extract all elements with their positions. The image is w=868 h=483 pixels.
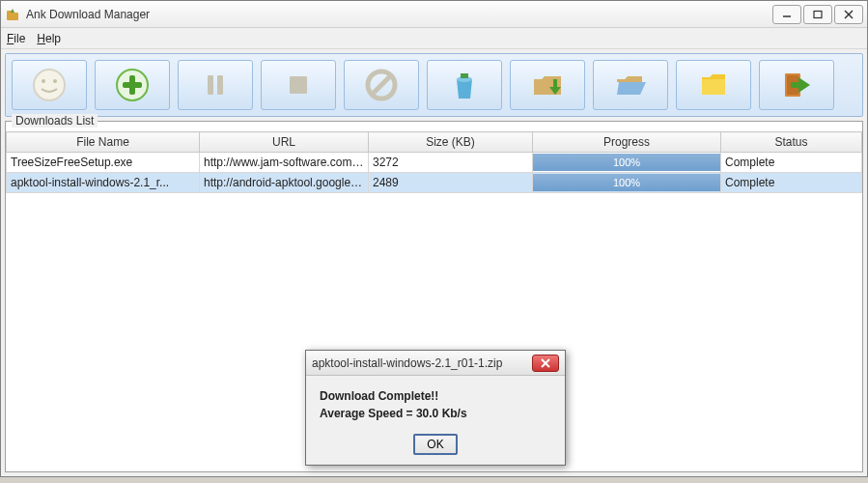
window-controls [772, 5, 863, 24]
svg-rect-14 [290, 76, 307, 94]
smiley-button[interactable] [12, 60, 87, 110]
svg-rect-11 [123, 82, 142, 88]
app-icon [5, 7, 20, 22]
trash-icon [445, 66, 484, 104]
svg-point-8 [53, 79, 57, 83]
folder-download-button[interactable] [510, 60, 585, 110]
dialog-title: apktool-install-windows-2.1_r01-1.zip [312, 356, 532, 370]
ok-button[interactable]: OK [413, 434, 458, 455]
list-legend: Downloads List [12, 114, 98, 128]
svg-rect-0 [7, 13, 18, 20]
col-status[interactable]: Status [721, 132, 862, 153]
svg-rect-18 [461, 73, 468, 78]
progress-bar: 100% [533, 154, 720, 171]
titlebar: Ank Download Manager [1, 1, 867, 28]
maximize-button[interactable] [803, 5, 832, 24]
cell-progress: 100% [533, 153, 721, 173]
svg-line-16 [372, 75, 391, 95]
cell-filename: TreeSizeFreeSetup.exe [7, 153, 200, 173]
trash-button[interactable] [427, 60, 502, 110]
completion-dialog: apktool-install-windows-2.1_r01-1.zip Do… [305, 350, 566, 466]
menu-help[interactable]: Help [37, 32, 61, 45]
downloads-list-group: Downloads List File Name URL Size (KB) P… [5, 121, 863, 472]
svg-rect-3 [814, 11, 822, 17]
main-window: Ank Download Manager File Help [0, 0, 868, 477]
pause-icon [196, 66, 235, 104]
svg-rect-12 [208, 75, 213, 95]
close-button[interactable] [834, 5, 863, 24]
dialog-close-button[interactable] [532, 355, 559, 372]
table-row[interactable]: apktool-install-windows-2.1_r...http://a… [7, 173, 862, 193]
col-progress[interactable]: Progress [533, 132, 721, 153]
downloads-table: File Name URL Size (KB) Progress Status … [6, 131, 862, 193]
cell-size: 3272 [369, 153, 533, 173]
cell-status: Complete [721, 173, 862, 193]
folder-icon [694, 66, 733, 104]
cancel-icon [362, 66, 401, 104]
cell-progress: 100% [533, 173, 721, 193]
cell-url: http://android-apktool.googlec... [200, 173, 369, 193]
menu-file[interactable]: File [7, 32, 25, 45]
add-icon [113, 66, 152, 104]
window-title: Ank Download Manager [26, 8, 772, 21]
open-folder-button[interactable] [593, 60, 668, 110]
toolbar [5, 53, 863, 117]
progress-bar: 100% [533, 174, 720, 191]
svg-point-7 [42, 79, 45, 83]
dialog-message-1: Download Complete!! [320, 389, 551, 403]
svg-point-6 [34, 70, 65, 100]
cell-filename: apktool-install-windows-2.1_r... [7, 173, 200, 193]
cell-status: Complete [721, 153, 862, 173]
minimize-button[interactable] [772, 5, 801, 24]
cell-url: http://www.jam-software.com/... [200, 153, 369, 173]
smiley-icon [30, 66, 69, 104]
cell-size: 2489 [369, 173, 533, 193]
close-icon [541, 358, 550, 368]
exit-icon [777, 66, 816, 104]
stop-button[interactable] [261, 60, 336, 110]
dialog-titlebar: apktool-install-windows-2.1_r01-1.zip [306, 351, 565, 376]
folder-down-icon [528, 66, 567, 104]
folder-button[interactable] [676, 60, 751, 110]
pause-button[interactable] [178, 60, 253, 110]
open-folder-icon [611, 66, 650, 104]
table-row[interactable]: TreeSizeFreeSetup.exehttp://www.jam-soft… [7, 153, 862, 173]
col-size[interactable]: Size (KB) [369, 132, 533, 153]
menubar: File Help [1, 28, 867, 49]
col-filename[interactable]: File Name [7, 132, 200, 153]
dialog-message-2: Average Speed = 30.0 Kb/s [320, 407, 551, 420]
add-button[interactable] [95, 60, 170, 110]
stop-icon [279, 66, 318, 104]
exit-button[interactable] [759, 60, 834, 110]
cancel-button[interactable] [344, 60, 419, 110]
col-url[interactable]: URL [200, 132, 369, 153]
svg-rect-13 [217, 75, 223, 95]
